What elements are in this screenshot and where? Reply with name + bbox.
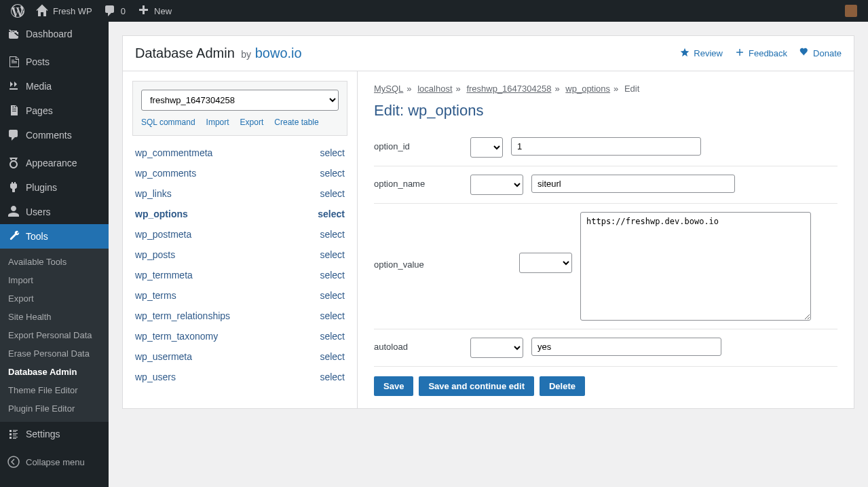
site-name: Fresh WP [53,6,92,16]
field-label-autoload: autoload [374,338,462,352]
breadcrumb-host[interactable]: localhost [417,84,452,94]
page-title: Database Admin by bowo.io [135,46,302,61]
sidebar-sub-item[interactable]: Site Health [0,308,109,326]
wp-logo[interactable] [5,0,30,22]
breadcrumb-mysql[interactable]: MySQL [374,84,403,94]
database-select[interactable]: freshwp_1647304258 [141,90,339,111]
donate-link[interactable]: Donate [799,48,842,59]
table-row: wp_termmetaselect [132,265,347,285]
table-list: wp_commentmetaselectwp_commentsselectwp_… [132,143,347,387]
table-row: wp_termsselect [132,285,347,306]
review-link[interactable]: Review [680,48,723,59]
wordpress-icon [11,4,24,18]
sidebar-item-pages[interactable]: Pages [0,98,109,123]
table-select-link[interactable]: select [320,351,345,362]
save-button[interactable]: Save [374,376,413,396]
table-select-link[interactable]: select [320,331,345,342]
table-name-link[interactable]: wp_termmeta [135,270,193,281]
sidebar-sub-item[interactable]: Import [0,271,109,289]
table-name-link[interactable]: wp_users [135,372,176,382]
sidebar-item-media[interactable]: Media [0,74,109,98]
option-name-func-select[interactable] [470,175,523,195]
database-panel: freshwp_1647304258 SQL command Import Ex… [123,71,358,408]
table-name-link[interactable]: wp_term_relationships [135,310,230,321]
users-icon [7,205,20,219]
sidebar-item-comments[interactable]: Comments [0,123,109,147]
option-value-textarea[interactable]: https://freshwp.dev.bowo.io [580,212,811,321]
sidebar-item-dashboard[interactable]: Dashboard [0,22,109,46]
import-link[interactable]: Import [206,118,229,127]
autoload-func-select[interactable] [470,338,523,358]
field-label-option-name: option_name [374,175,462,189]
card-header: Database Admin by bowo.io Review Feedbac… [123,36,854,71]
feedback-link[interactable]: Feedback [735,48,787,59]
table-select-link[interactable]: select [320,290,345,301]
sidebar-sub-item[interactable]: Plugin File Editor [0,399,109,418]
home-icon [35,4,49,18]
table-row: wp_commentsselect [132,163,347,183]
autoload-input[interactable] [531,338,721,356]
field-label-option-value: option_value [374,212,462,270]
table-select-link[interactable]: select [320,229,345,240]
sidebar-item-posts[interactable]: Posts [0,50,109,74]
site-name-link[interactable]: Fresh WP [30,0,98,22]
settings-icon [7,427,20,441]
field-label-option-id: option_id [374,137,462,151]
option-id-input[interactable] [511,137,701,156]
table-name-link[interactable]: wp_comments [135,168,196,179]
breadcrumb: MySQL» localhost» freshwp_1647304258» wp… [374,84,837,94]
option-id-func-select[interactable] [470,137,503,158]
table-name-link[interactable]: wp_terms [135,290,176,301]
table-name-link[interactable]: wp_posts [135,249,175,260]
table-name-link[interactable]: wp_term_taxonomy [135,331,218,342]
collapse-icon [7,455,20,469]
sidebar-sub-item[interactable]: Available Tools [0,253,109,271]
sidebar-sub-item[interactable]: Database Admin [0,363,109,381]
table-select-link[interactable]: select [320,168,345,179]
new-content-link[interactable]: New [131,0,177,22]
option-name-input[interactable] [531,175,735,193]
sidebar-sub-item[interactable]: Export [0,289,109,308]
export-link[interactable]: Export [240,118,264,127]
table-row: wp_term_relationshipsselect [132,306,347,326]
sql-command-link[interactable]: SQL command [141,118,195,127]
table-select-link[interactable]: select [320,310,345,321]
sidebar-item-appearance[interactable]: Appearance [0,151,109,175]
new-label: New [154,6,172,16]
create-table-link[interactable]: Create table [274,118,318,127]
sidebar-sub-item[interactable]: Theme File Editor [0,381,109,399]
comment-count: 0 [121,6,126,16]
sidebar-sub-item[interactable]: Export Personal Data [0,326,109,344]
breadcrumb-table[interactable]: wp_options [565,84,610,94]
table-select-link[interactable]: select [320,270,345,281]
breadcrumb-db[interactable]: freshwp_1647304258 [466,84,551,94]
sidebar-item-tools[interactable]: Tools [0,224,109,249]
table-select-link[interactable]: select [320,372,345,382]
save-continue-button[interactable]: Save and continue edit [419,376,534,396]
sidebar-item-settings[interactable]: Settings [0,422,109,446]
table-name-link[interactable]: wp_usermeta [135,351,192,362]
author-link[interactable]: bowo.io [255,46,302,60]
table-select-link[interactable]: select [320,188,345,199]
comments-link[interactable]: 0 [98,0,131,22]
table-select-link[interactable]: select [320,147,345,158]
heart-icon [799,48,809,59]
table-select-link[interactable]: select [320,249,345,260]
table-select-link[interactable]: select [318,209,345,219]
comment-icon [103,4,117,18]
sidebar-sub-item[interactable]: Erase Personal Data [0,344,109,363]
table-name-link[interactable]: wp_postmeta [135,229,191,240]
table-name-link[interactable]: wp_commentmeta [135,147,212,158]
breadcrumb-action: Edit [624,84,639,94]
user-menu[interactable] [839,0,863,22]
admin-toolbar: Fresh WP 0 New [0,0,868,22]
table-row: wp_postmetaselect [132,224,347,245]
option-value-func-select[interactable] [519,253,572,273]
sidebar-item-plugins[interactable]: Plugins [0,175,109,200]
table-name-link[interactable]: wp_links [135,188,172,199]
sidebar-item-users[interactable]: Users [0,200,109,224]
posts-icon [7,55,20,69]
delete-button[interactable]: Delete [540,376,585,396]
collapse-menu[interactable]: Collapse menu [0,450,109,474]
table-name-link[interactable]: wp_options [135,209,188,219]
